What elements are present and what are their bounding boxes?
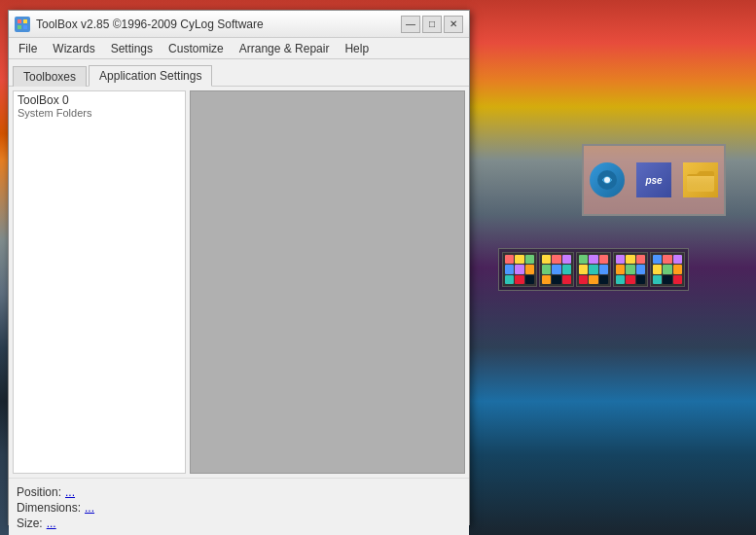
svg-rect-5	[23, 19, 27, 23]
cell	[616, 275, 625, 284]
cell	[673, 255, 682, 264]
svg-rect-4	[18, 19, 21, 23]
preview-area	[190, 90, 465, 474]
title-bar-left: ToolBox v2.85 ©1996-2009 CyLog Software	[15, 17, 264, 32]
menu-wizards[interactable]: Wizards	[47, 40, 100, 57]
cell	[562, 255, 571, 264]
grid-icon-5[interactable]	[650, 252, 685, 287]
cell	[525, 255, 534, 264]
cell	[562, 265, 571, 273]
toolbox-item-subtitle: System Folders	[18, 107, 181, 119]
toolbox-item-title: ToolBox 0	[18, 93, 181, 107]
app-icon	[15, 17, 30, 32]
cell	[589, 255, 597, 264]
cell	[663, 255, 671, 264]
cell	[579, 265, 588, 273]
toolbox-grid-widget	[498, 248, 689, 291]
size-label: Size:	[17, 517, 43, 530]
dimensions-row: Dimensions: ...	[17, 501, 461, 515]
status-bar: Position: ... Dimensions: ... Size: ...	[9, 478, 469, 535]
cell	[515, 275, 523, 284]
dimensions-value[interactable]: ...	[85, 501, 94, 515]
maximize-button[interactable]: □	[422, 16, 442, 33]
desktop-icon-group: pse	[582, 144, 726, 216]
cell	[552, 275, 560, 284]
title-bar: ToolBox v2.85 ©1996-2009 CyLog Software …	[9, 11, 469, 38]
app-window: ToolBox v2.85 ©1996-2009 CyLog Software …	[8, 10, 470, 525]
grid-icon-2[interactable]	[539, 252, 574, 287]
svg-point-1	[604, 177, 610, 183]
toolbox-list: ToolBox 0 System Folders	[13, 90, 186, 474]
minimize-button[interactable]: —	[401, 16, 420, 33]
title-bar-controls: — □ ✕	[401, 16, 463, 33]
cell	[673, 275, 682, 284]
cell	[562, 275, 571, 284]
cell	[653, 255, 662, 264]
cell	[505, 275, 514, 284]
cell	[579, 275, 588, 284]
size-row: Size: ...	[17, 517, 461, 530]
cell	[589, 265, 597, 273]
tab-toolboxes[interactable]: Toolboxes	[13, 66, 87, 87]
menu-customize[interactable]: Customize	[162, 40, 230, 57]
size-value[interactable]: ...	[47, 517, 56, 530]
cell	[525, 275, 534, 284]
close-button[interactable]: ✕	[444, 16, 463, 33]
menu-bar: File Wizards Settings Customize Arrange …	[9, 38, 469, 59]
dimensions-label: Dimensions:	[17, 501, 81, 515]
folder-icon-inner	[683, 162, 718, 197]
folder-icon[interactable]	[681, 160, 720, 199]
cell	[663, 275, 671, 284]
toolbox-item-0[interactable]: ToolBox 0 System Folders	[14, 91, 185, 121]
cell	[636, 255, 645, 264]
pse-icon-inner: pse	[636, 162, 671, 197]
cell	[616, 255, 625, 264]
cell	[653, 275, 662, 284]
menu-settings[interactable]: Settings	[105, 40, 159, 57]
cell	[579, 255, 588, 264]
cell	[542, 255, 551, 264]
cell	[599, 275, 608, 284]
cell	[626, 265, 634, 273]
cell	[505, 265, 514, 273]
cell	[673, 265, 682, 273]
cell	[636, 265, 645, 273]
main-content: ToolBox 0 System Folders	[9, 87, 469, 478]
svg-rect-3	[687, 174, 714, 192]
position-row: Position: ...	[17, 485, 461, 499]
window-title: ToolBox v2.85 ©1996-2009 CyLog Software	[36, 18, 264, 31]
svg-rect-6	[18, 25, 21, 29]
cell	[552, 265, 560, 273]
cell	[542, 275, 551, 284]
sketchbook-icon[interactable]	[588, 160, 627, 199]
cell	[626, 255, 634, 264]
menu-help[interactable]: Help	[339, 40, 375, 57]
grid-icon-4[interactable]	[613, 252, 648, 287]
cell	[653, 265, 662, 273]
tabs-bar: Toolboxes Application Settings	[9, 59, 469, 87]
pse-icon[interactable]: pse	[634, 160, 673, 199]
position-label: Position:	[17, 485, 61, 499]
cell	[515, 265, 523, 273]
cell	[663, 265, 671, 273]
cell	[525, 265, 534, 273]
cell	[626, 275, 634, 284]
blue-circle-icon	[590, 162, 625, 197]
menu-file[interactable]: File	[13, 40, 43, 57]
svg-rect-7	[23, 25, 27, 29]
cell	[636, 275, 645, 284]
grid-icon-3[interactable]	[576, 252, 611, 287]
cell	[616, 265, 625, 273]
tab-application-settings[interactable]: Application Settings	[89, 65, 212, 87]
grid-icon-1[interactable]	[502, 252, 537, 287]
cell	[552, 255, 560, 264]
cell	[599, 255, 608, 264]
cell	[599, 265, 608, 273]
cell	[542, 265, 551, 273]
menu-arrange-repair[interactable]: Arrange & Repair	[234, 40, 336, 57]
cell	[589, 275, 597, 284]
cell	[515, 255, 523, 264]
position-value[interactable]: ...	[65, 485, 75, 499]
cell	[505, 255, 514, 264]
